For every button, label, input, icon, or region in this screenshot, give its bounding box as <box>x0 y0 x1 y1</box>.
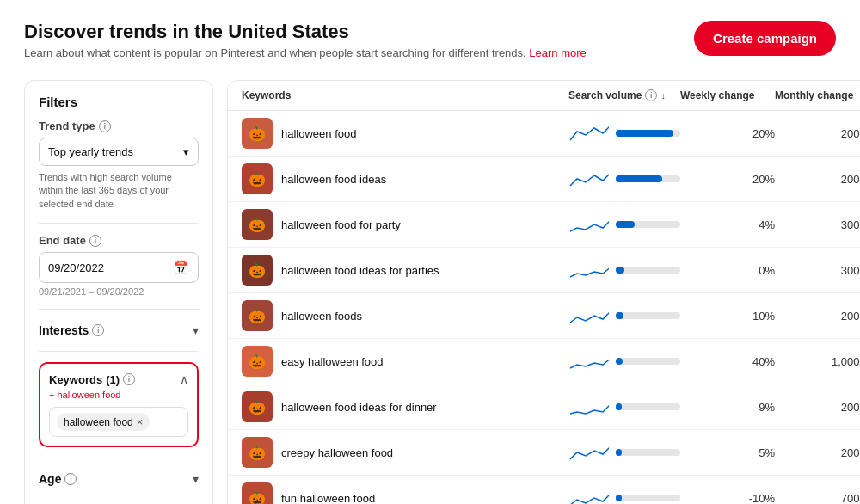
keyword-name[interactable]: halloween foods <box>281 310 362 323</box>
keyword-tag-area[interactable]: halloween food × <box>49 407 188 437</box>
search-volume-bar-bg <box>616 403 680 410</box>
keyword-thumbnail: 🎃 <box>242 209 273 240</box>
search-volume-bar <box>616 358 623 365</box>
table-row[interactable]: 🎃 creepy halloween food 5% 200% 40% <box>228 430 860 476</box>
search-volume-bar-bg <box>616 312 680 319</box>
table-row[interactable]: 🎃 fun halloween food -10% 700% 200% <box>228 476 860 504</box>
weekly-change: 20% <box>680 173 775 186</box>
divider-4 <box>39 458 199 458</box>
table-row[interactable]: 🎃 halloween food 20% 200% -10% <box>228 111 860 157</box>
weekly-change: 4% <box>680 218 775 231</box>
keywords-section: Keywords (1) i ∧ + halloween food hallow… <box>39 362 199 447</box>
sort-icon[interactable]: ↓ <box>660 90 666 101</box>
search-volume-cell <box>568 395 680 419</box>
page-subtitle: Learn about what content is popular on P… <box>24 46 587 59</box>
search-volume-bar <box>616 495 623 501</box>
age-label: Age <box>39 472 61 486</box>
age-chevron-icon: ▾ <box>193 472 199 486</box>
table-row[interactable]: 🎃 easy halloween food 40% 1,000% 40% <box>228 339 860 384</box>
search-volume-bar-bg <box>616 175 680 182</box>
keyword-thumbnail: 🎃 <box>242 118 273 149</box>
table-row[interactable]: 🎃 halloween food ideas for parties 0% 30… <box>228 248 860 293</box>
trend-type-info-icon[interactable]: i <box>99 120 111 132</box>
keywords-sub: + halloween food <box>49 390 188 400</box>
divider-2 <box>39 309 199 310</box>
keyword-thumbnail: 🎃 <box>242 482 273 504</box>
end-date-input[interactable]: 09/20/2022 📅 <box>39 252 199 283</box>
keyword-cell: 🎃 creepy halloween food <box>242 437 568 468</box>
weekly-change: 20% <box>680 127 775 140</box>
main-content: Keywords Search volume i ↓ Weekly change… <box>227 80 860 504</box>
search-volume-bar <box>616 175 662 182</box>
th-monthly-change: Monthly change <box>775 89 860 101</box>
weekly-change: -10% <box>680 492 775 505</box>
keywords-info-icon[interactable]: i <box>123 373 135 385</box>
age-info-icon[interactable]: i <box>64 473 77 485</box>
learn-more-link[interactable]: Learn more <box>529 46 586 59</box>
trend-type-dropdown[interactable]: Top yearly trends ▾ <box>39 138 199 166</box>
table-row[interactable]: 🎃 halloween food ideas for dinner 9% 200… <box>228 384 860 430</box>
monthly-change: 1,000% <box>775 355 860 368</box>
sparkline-chart <box>568 258 609 282</box>
th-weekly-change: Weekly change <box>680 89 775 101</box>
end-date-section: End date i 09/20/2022 📅 09/21/2021 – 09/… <box>39 234 199 297</box>
keyword-remove-button[interactable]: × <box>137 415 144 428</box>
monthly-change: 300% <box>775 218 860 231</box>
keyword-name[interactable]: halloween food ideas for dinner <box>281 401 437 414</box>
search-volume-cell <box>568 121 680 145</box>
search-volume-cell <box>568 167 680 191</box>
keyword-cell: 🎃 halloween food for party <box>242 209 568 240</box>
date-range-hint: 09/21/2021 – 09/20/2022 <box>39 286 199 297</box>
table-row[interactable]: 🎃 halloween food ideas 20% 200% -30% <box>228 157 860 202</box>
interests-label: Interests <box>39 323 89 337</box>
keyword-name[interactable]: halloween food ideas for parties <box>281 264 439 277</box>
search-volume-bar-bg <box>616 449 680 456</box>
weekly-change: 40% <box>680 355 775 368</box>
divider-3 <box>39 351 199 352</box>
keyword-name[interactable]: fun halloween food <box>281 492 375 505</box>
monthly-change: 200% <box>775 310 860 323</box>
search-volume-info-icon[interactable]: i <box>645 89 657 101</box>
search-volume-bar-bg <box>616 495 680 501</box>
search-volume-cell <box>568 486 680 504</box>
sparkline-chart <box>568 440 609 464</box>
search-volume-bar <box>616 130 674 137</box>
keyword-name[interactable]: halloween food <box>281 127 356 140</box>
calendar-icon: 📅 <box>173 260 189 275</box>
age-section[interactable]: Age i ▾ <box>39 469 199 489</box>
keyword-cell: 🎃 halloween food <box>242 118 568 149</box>
interests-info-icon[interactable]: i <box>92 324 104 336</box>
search-volume-cell <box>568 304 680 328</box>
table-row[interactable]: 🎃 halloween food for party 4% 300% -8% <box>228 202 860 248</box>
keyword-name[interactable]: easy halloween food <box>281 355 384 368</box>
monthly-change: 200% <box>775 401 860 414</box>
filters-panel: Filters Trend type i Top yearly trends ▾… <box>24 80 213 504</box>
create-campaign-button[interactable]: Create campaign <box>694 21 836 56</box>
keyword-tag-text: halloween food <box>64 416 133 428</box>
search-volume-cell <box>568 258 680 282</box>
keyword-cell: 🎃 halloween food ideas for dinner <box>242 391 568 422</box>
sparkline-chart <box>568 212 609 237</box>
sparkline-chart <box>568 395 609 419</box>
th-search-volume: Search volume i ↓ <box>568 89 680 101</box>
search-volume-bar <box>616 312 624 319</box>
keyword-name[interactable]: halloween food for party <box>281 218 401 231</box>
keyword-thumbnail: 🎃 <box>242 437 273 468</box>
table-row[interactable]: 🎃 halloween foods 10% 200% 8% <box>228 293 860 339</box>
keyword-name[interactable]: halloween food ideas <box>281 173 386 186</box>
search-volume-bar-bg <box>616 130 680 137</box>
monthly-change: 200% <box>775 173 860 186</box>
th-keywords: Keywords <box>242 89 568 101</box>
end-date-info-icon[interactable]: i <box>89 235 101 247</box>
keyword-cell: 🎃 fun halloween food <box>242 482 568 504</box>
keyword-cell: 🎃 halloween foods <box>242 300 568 331</box>
interests-section[interactable]: Interests i ▾ <box>39 320 199 341</box>
keywords-label: Keywords <box>49 373 102 386</box>
keyword-tag: halloween food × <box>57 413 150 431</box>
keyword-thumbnail: 🎃 <box>242 391 273 422</box>
weekly-change: 0% <box>680 264 775 277</box>
keyword-name[interactable]: creepy halloween food <box>281 446 393 459</box>
sparkline-chart <box>568 349 609 373</box>
trend-type-hint: Trends with high search volume within th… <box>39 171 199 211</box>
dropdown-chevron-icon: ▾ <box>183 145 189 158</box>
